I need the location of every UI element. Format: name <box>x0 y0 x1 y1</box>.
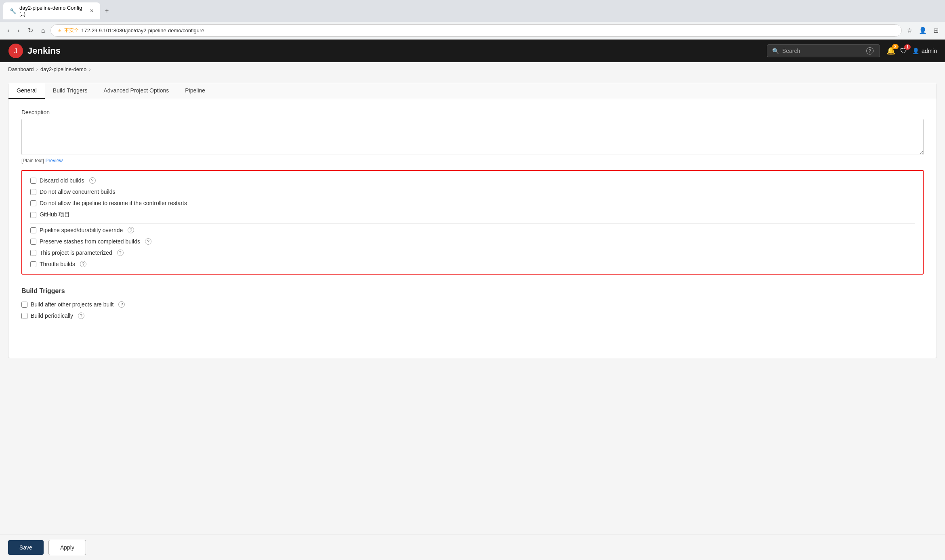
label-build-periodically: Build periodically <box>31 313 73 319</box>
breadcrumb-sep-1: › <box>36 66 38 72</box>
browser-chrome: 🔧 day2-pipeline-demo Config [..) ✕ + <box>0 0 945 22</box>
option-throttle-builds: Throttle builds ? <box>30 261 915 267</box>
checkbox-build-after-other[interactable] <box>21 302 27 308</box>
tab-bar: 🔧 day2-pipeline-demo Config [..) ✕ + <box>3 2 112 19</box>
notification-bell[interactable]: 🔔 2 <box>886 46 895 55</box>
tab-general[interactable]: General <box>8 83 45 99</box>
option-no-pipeline-resume: Do not allow the pipeline to resume if t… <box>30 200 915 206</box>
alert-shield[interactable]: 🛡 1 <box>900 47 907 55</box>
checkbox-no-pipeline-resume[interactable] <box>30 200 36 206</box>
help-parameterized[interactable]: ? <box>117 250 124 256</box>
checkbox-build-periodically[interactable] <box>21 313 27 319</box>
help-throttle-builds[interactable]: ? <box>80 261 86 267</box>
search-help-icon[interactable]: ? <box>866 47 874 55</box>
browser-actions: ☆ 👤 ⊞ <box>905 25 940 36</box>
label-preserve-stashes: Preserve stashes from completed builds <box>40 238 140 245</box>
help-build-periodically[interactable]: ? <box>78 313 84 319</box>
breadcrumb-sep-2: › <box>89 66 90 72</box>
search-icon: 🔍 <box>772 48 779 54</box>
user-icon: 👤 <box>912 48 919 54</box>
bottom-spacer <box>21 324 924 348</box>
help-discard-old-builds[interactable]: ? <box>89 177 96 184</box>
option-no-concurrent: Do not allow concurrent builds <box>30 189 915 195</box>
jenkins-logo-text: Jenkins <box>27 46 61 56</box>
form-content: Description [Plain text] Preview Discard… <box>8 99 937 358</box>
label-no-concurrent: Do not allow concurrent builds <box>40 189 116 195</box>
forward-button[interactable]: › <box>15 25 22 36</box>
tab-build-triggers[interactable]: Build Triggers <box>45 83 96 99</box>
preview-link[interactable]: Preview <box>45 158 63 164</box>
breadcrumb: Dashboard › day2-pipeline-demo › <box>0 62 945 76</box>
address-bar-row: ‹ › ↻ ⌂ ⚠ 不安全 172.29.9.101:8080/job/day2… <box>0 22 945 40</box>
profile-icon[interactable]: 👤 <box>917 25 928 36</box>
checkbox-no-concurrent[interactable] <box>30 189 36 195</box>
user-menu[interactable]: 👤 admin <box>912 48 937 54</box>
help-preserve-stashes[interactable]: ? <box>145 238 151 245</box>
help-build-after-other[interactable]: ? <box>118 301 125 308</box>
new-tab-button[interactable]: + <box>102 6 112 16</box>
option-build-after-other: Build after other projects are built ? <box>21 301 924 308</box>
security-warning-icon: ⚠ <box>57 28 62 34</box>
svg-text:J: J <box>14 48 17 55</box>
checkbox-discard-old-builds[interactable] <box>30 178 36 184</box>
jenkins-header: J Jenkins 🔍 ? 🔔 2 🛡 1 👤 admin <box>0 40 945 62</box>
checkbox-github-project[interactable] <box>30 212 36 218</box>
home-button[interactable]: ⌂ <box>39 25 48 36</box>
jenkins-logo[interactable]: J Jenkins <box>8 43 61 59</box>
config-tabs: General Build Triggers Advanced Project … <box>8 83 937 99</box>
header-icons: 🔔 2 🛡 1 👤 admin <box>886 46 937 55</box>
label-build-after-other: Build after other projects are built <box>31 301 113 308</box>
back-button[interactable]: ‹ <box>5 25 12 36</box>
search-input[interactable] <box>782 48 863 54</box>
address-bar[interactable]: ⚠ 不安全 172.29.9.101:8080/job/day2-pipelin… <box>50 24 902 37</box>
option-build-periodically: Build periodically ? <box>21 313 924 319</box>
breadcrumb-job[interactable]: day2-pipeline-demo <box>40 66 86 72</box>
alert-badge: 1 <box>904 44 911 50</box>
checkbox-pipeline-speed[interactable] <box>30 227 36 233</box>
label-pipeline-speed: Pipeline speed/durability override <box>40 227 123 233</box>
tab-favicon: 🔧 <box>10 8 16 14</box>
option-discard-old-builds: Discard old builds ? <box>30 177 915 184</box>
preview-link-row: [Plain text] Preview <box>21 158 924 164</box>
search-box[interactable]: 🔍 ? <box>767 44 880 57</box>
url-text: 172.29.9.101:8080/job/day2-pipeline-demo… <box>81 27 204 34</box>
build-triggers-heading: Build Triggers <box>21 287 924 295</box>
active-tab[interactable]: 🔧 day2-pipeline-demo Config [..) ✕ <box>3 2 100 19</box>
bookmark-icon[interactable]: ☆ <box>905 25 914 36</box>
tab-advanced-project-options[interactable]: Advanced Project Options <box>95 83 177 99</box>
label-parameterized: This project is parameterized <box>40 250 112 256</box>
config-panel: General Build Triggers Advanced Project … <box>8 83 937 358</box>
breadcrumb-dashboard[interactable]: Dashboard <box>8 66 34 72</box>
separator <box>30 223 915 224</box>
checkbox-parameterized[interactable] <box>30 250 36 256</box>
main-content: General Build Triggers Advanced Project … <box>0 76 945 365</box>
user-name: admin <box>922 48 937 54</box>
tab-close-icon[interactable]: ✕ <box>90 8 94 14</box>
option-preserve-stashes: Preserve stashes from completed builds ? <box>30 238 915 245</box>
label-throttle-builds: Throttle builds <box>40 261 75 267</box>
option-parameterized: This project is parameterized ? <box>30 250 915 256</box>
checkbox-preserve-stashes[interactable] <box>30 239 36 245</box>
tab-pipeline[interactable]: Pipeline <box>177 83 213 99</box>
label-github-project: GitHub 项目 <box>40 211 70 218</box>
label-discard-old-builds: Discard old builds <box>40 177 84 184</box>
options-box: Discard old builds ? Do not allow concur… <box>21 170 924 275</box>
tab-title: day2-pipeline-demo Config [..) <box>19 5 86 17</box>
option-github-project: GitHub 项目 <box>30 211 915 218</box>
help-pipeline-speed[interactable]: ? <box>128 227 134 233</box>
security-warning-text: 不安全 <box>64 27 79 34</box>
checkbox-throttle-builds[interactable] <box>30 261 36 267</box>
description-textarea[interactable] <box>21 119 924 155</box>
extensions-icon[interactable]: ⊞ <box>932 25 940 36</box>
notification-badge: 2 <box>892 44 899 49</box>
description-label: Description <box>21 109 924 115</box>
option-pipeline-speed: Pipeline speed/durability override ? <box>30 227 915 233</box>
reload-button[interactable]: ↻ <box>25 25 36 36</box>
plain-text-label: [Plain text] <box>21 158 44 164</box>
label-no-pipeline-resume: Do not allow the pipeline to resume if t… <box>40 200 187 206</box>
jenkins-logo-svg: J <box>8 43 23 59</box>
